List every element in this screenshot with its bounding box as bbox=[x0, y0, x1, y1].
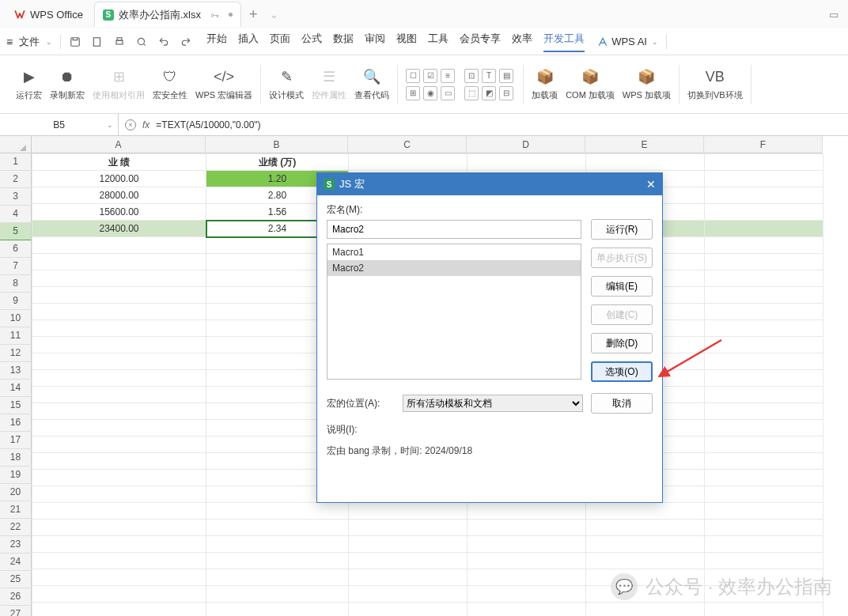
row-header[interactable]: 27 bbox=[0, 606, 32, 616]
dialog-close-button[interactable]: ✕ bbox=[646, 178, 656, 191]
ribbon-tab[interactable]: 审阅 bbox=[365, 32, 385, 52]
ribbon-tab[interactable]: 页面 bbox=[270, 32, 290, 52]
ctrl-icon[interactable]: ≡ bbox=[441, 69, 455, 83]
cell[interactable] bbox=[32, 353, 206, 370]
row-header[interactable]: 25 bbox=[0, 571, 32, 588]
cell[interactable] bbox=[32, 387, 206, 403]
ctrl-icon[interactable]: ▭ bbox=[441, 86, 455, 100]
preview-icon[interactable] bbox=[135, 36, 148, 48]
hamburger-icon[interactable]: ≡ bbox=[6, 36, 13, 48]
cell[interactable] bbox=[705, 536, 823, 553]
cell[interactable] bbox=[206, 586, 349, 603]
cell[interactable] bbox=[32, 470, 206, 486]
row-header[interactable]: 18 bbox=[0, 449, 32, 467]
ctrl-icon[interactable]: ◩ bbox=[482, 86, 496, 100]
row-header[interactable]: 3 bbox=[0, 188, 32, 206]
delete-button[interactable]: 删除(D) bbox=[591, 333, 653, 353]
ribbon-tab[interactable]: 公式 bbox=[301, 32, 322, 52]
cell[interactable] bbox=[705, 436, 823, 453]
cell[interactable] bbox=[705, 370, 823, 387]
cell[interactable] bbox=[705, 553, 823, 569]
cell[interactable] bbox=[32, 254, 206, 270]
ribbon-tab[interactable]: 插入 bbox=[238, 32, 259, 52]
cell[interactable] bbox=[206, 553, 349, 569]
window-mode-icon[interactable]: ▭ bbox=[826, 9, 842, 21]
row-header[interactable]: 11 bbox=[0, 327, 32, 345]
row-header[interactable]: 20 bbox=[0, 484, 32, 501]
cell[interactable] bbox=[705, 221, 823, 237]
cell[interactable] bbox=[705, 520, 823, 536]
cell[interactable] bbox=[705, 603, 823, 617]
cell[interactable] bbox=[32, 569, 206, 586]
cell[interactable] bbox=[32, 603, 206, 617]
ctrl-icon[interactable]: ⬚ bbox=[464, 86, 479, 100]
app-tab[interactable]: WPS Office bbox=[6, 2, 91, 26]
cell[interactable] bbox=[586, 520, 705, 536]
col-header[interactable]: C bbox=[348, 136, 467, 153]
edit-button[interactable]: 编辑(E) bbox=[591, 276, 653, 297]
row-header[interactable]: 2 bbox=[0, 171, 32, 188]
ribbon-tab[interactable]: 工具 bbox=[428, 32, 449, 52]
cell[interactable] bbox=[206, 503, 349, 520]
ctrl-icon[interactable]: ☑ bbox=[423, 69, 437, 83]
cell[interactable] bbox=[468, 536, 586, 553]
row-header[interactable]: 12 bbox=[0, 345, 32, 362]
row-header[interactable]: 6 bbox=[0, 240, 32, 258]
view-code-button[interactable]: 🔍查看代码 bbox=[354, 67, 389, 101]
run-macro-button[interactable]: ▶运行宏 bbox=[16, 67, 42, 101]
row-header[interactable]: 17 bbox=[0, 432, 32, 449]
cell[interactable] bbox=[32, 453, 206, 470]
ctrl-icon[interactable]: ⊟ bbox=[499, 86, 513, 100]
ctrl-icon[interactable]: ⊡ bbox=[464, 69, 479, 83]
row-header[interactable]: 26 bbox=[0, 588, 32, 606]
cell[interactable] bbox=[586, 536, 705, 553]
save-icon[interactable] bbox=[69, 36, 81, 48]
cell[interactable] bbox=[32, 320, 206, 337]
ctrl-icon[interactable]: ⊞ bbox=[406, 86, 420, 100]
row-header[interactable]: 13 bbox=[0, 362, 32, 380]
macro-name-input[interactable] bbox=[327, 220, 581, 239]
ribbon-tab[interactable]: 开始 bbox=[206, 32, 227, 52]
cell[interactable]: 15600.00 bbox=[32, 204, 206, 221]
cell[interactable] bbox=[32, 436, 206, 453]
cell[interactable] bbox=[349, 586, 468, 603]
cell[interactable] bbox=[705, 503, 823, 520]
cell[interactable]: 业绩 (万) bbox=[206, 154, 349, 171]
cell[interactable] bbox=[206, 603, 349, 617]
cell[interactable] bbox=[705, 270, 823, 287]
cell[interactable] bbox=[32, 304, 206, 320]
cell[interactable] bbox=[349, 536, 468, 553]
cell[interactable] bbox=[32, 270, 206, 287]
row-header[interactable]: 9 bbox=[0, 293, 32, 310]
cell[interactable] bbox=[349, 553, 468, 569]
new-tab-button[interactable]: + bbox=[241, 6, 266, 23]
cell[interactable] bbox=[705, 453, 823, 470]
col-header[interactable]: A bbox=[32, 136, 206, 153]
record-macro-button[interactable]: ⏺录制新宏 bbox=[50, 67, 85, 101]
cell[interactable] bbox=[349, 569, 468, 586]
ctrl-icon[interactable]: ◉ bbox=[423, 86, 437, 100]
formula-input[interactable]: =TEXT(A5/10000,"0.00") bbox=[156, 119, 260, 130]
control-palette[interactable]: ☐☑≡ ⊞◉▭ bbox=[406, 69, 456, 100]
cell[interactable] bbox=[206, 536, 349, 553]
cell[interactable] bbox=[705, 337, 823, 353]
cell[interactable] bbox=[705, 387, 823, 403]
cell[interactable] bbox=[705, 204, 823, 221]
row-header[interactable]: 7 bbox=[0, 258, 32, 275]
cell[interactable] bbox=[705, 154, 823, 171]
addins-button[interactable]: 📦加载项 bbox=[532, 67, 558, 101]
cell[interactable] bbox=[32, 486, 206, 503]
cell[interactable]: 12000.00 bbox=[32, 171, 206, 187]
cell[interactable] bbox=[206, 520, 349, 536]
tab-menu-chevron-icon[interactable]: ⌄ bbox=[270, 9, 278, 21]
ribbon-tab[interactable]: 效率 bbox=[512, 32, 532, 52]
undo-icon[interactable] bbox=[157, 36, 170, 48]
ribbon-tab[interactable]: 视图 bbox=[396, 32, 417, 52]
cell[interactable] bbox=[32, 536, 206, 553]
cell[interactable] bbox=[705, 353, 823, 370]
cell[interactable] bbox=[705, 171, 823, 187]
cell[interactable] bbox=[705, 287, 823, 304]
cell[interactable] bbox=[705, 470, 823, 486]
col-header[interactable]: E bbox=[585, 136, 704, 153]
design-mode-button[interactable]: ✎设计模式 bbox=[269, 67, 304, 101]
